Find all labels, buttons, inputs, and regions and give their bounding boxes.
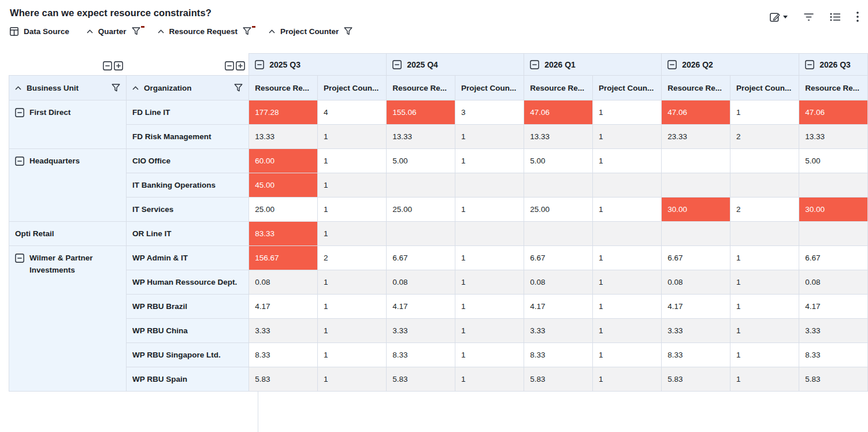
collapse-icon[interactable]	[667, 60, 677, 69]
data-source-button[interactable]: Data Source	[10, 27, 69, 36]
value-cell[interactable]: 0.08	[799, 270, 868, 295]
value-cell[interactable]: 0.08	[524, 270, 593, 295]
value-cell[interactable]: 1	[730, 367, 799, 392]
filter-icon[interactable]	[243, 27, 251, 35]
business-unit-cell[interactable]: Wilmer & Partner Investments	[9, 246, 127, 392]
more-options-button[interactable]	[856, 12, 859, 22]
business-unit-cell[interactable]: Opti Retail	[9, 222, 127, 246]
column-group-header[interactable]: 2025 Q4	[387, 54, 524, 76]
organization-cell[interactable]: WP Admin & IT	[127, 246, 249, 270]
filter-icon[interactable]	[112, 84, 120, 92]
value-cell[interactable]: 1	[455, 246, 524, 270]
value-cell[interactable]: 5.00	[387, 149, 455, 173]
organization-cell[interactable]: WP RBU Brazil	[127, 295, 249, 319]
value-cell[interactable]: 2	[318, 246, 387, 270]
value-cell[interactable]: 83.33	[249, 222, 318, 246]
value-cell[interactable]	[455, 222, 524, 246]
value-cell[interactable]: 1	[318, 367, 387, 392]
column-header-resource-request[interactable]: Resource Re...	[387, 76, 455, 100]
value-cell[interactable]	[524, 222, 593, 246]
value-cell[interactable]: 1	[318, 125, 387, 149]
value-cell[interactable]	[730, 149, 799, 173]
column-header-resource-request[interactable]: Resource Re...	[799, 76, 868, 100]
expand-all-icon[interactable]	[114, 61, 123, 70]
value-cell[interactable]: 1	[318, 343, 387, 367]
field-resource-request[interactable]: Resource Request	[158, 27, 252, 36]
value-cell[interactable]: 25.00	[524, 198, 593, 222]
value-cell[interactable]	[593, 173, 662, 198]
value-cell[interactable]: 25.00	[387, 198, 455, 222]
value-cell[interactable]: 4.17	[799, 295, 868, 319]
collapse-icon[interactable]	[805, 60, 814, 69]
value-cell[interactable]: 1	[593, 125, 662, 149]
chevron-up-icon[interactable]	[158, 29, 164, 33]
value-cell[interactable]: 13.33	[249, 125, 318, 149]
value-cell[interactable]: 47.06	[662, 100, 730, 125]
value-cell[interactable]: 25.00	[249, 198, 318, 222]
value-cell[interactable]: 1	[593, 246, 662, 270]
sort-chevron-up-icon[interactable]	[132, 86, 139, 90]
column-header-project-counter[interactable]: Project Coun...	[593, 76, 662, 100]
value-cell[interactable]: 1	[318, 149, 387, 173]
value-cell[interactable]	[662, 149, 730, 173]
value-cell[interactable]: 1	[593, 295, 662, 319]
value-cell[interactable]	[387, 173, 455, 198]
value-cell[interactable]: 1	[318, 270, 387, 295]
column-header-resource-request[interactable]: Resource Re...	[662, 76, 730, 100]
collapse-all-icon[interactable]	[225, 61, 234, 70]
chevron-up-icon[interactable]	[269, 29, 275, 33]
value-cell[interactable]: 1	[593, 149, 662, 173]
value-cell[interactable]: 13.33	[387, 125, 455, 149]
value-cell[interactable]	[799, 173, 868, 198]
value-cell[interactable]: 1	[455, 125, 524, 149]
value-cell[interactable]: 1	[593, 270, 662, 295]
value-cell[interactable]: 0.08	[662, 270, 730, 295]
value-cell[interactable]: 5.83	[662, 367, 730, 392]
value-cell[interactable]: 13.33	[799, 125, 868, 149]
filter-icon[interactable]	[344, 27, 353, 35]
value-cell[interactable]: 3.33	[387, 319, 455, 343]
filter-icon[interactable]	[132, 27, 140, 35]
value-cell[interactable]: 6.67	[524, 246, 593, 270]
value-cell[interactable]: 1	[593, 100, 662, 125]
value-cell[interactable]: 8.33	[524, 343, 593, 367]
value-cell[interactable]	[524, 173, 593, 198]
value-cell[interactable]: 177.28	[249, 100, 318, 125]
column-group-header[interactable]: 2026 Q3	[799, 54, 868, 76]
value-cell[interactable]: 1	[593, 319, 662, 343]
dimension-header-organization[interactable]: Organization	[127, 76, 249, 100]
value-cell[interactable]: 8.33	[249, 343, 318, 367]
value-cell[interactable]: 3.33	[524, 319, 593, 343]
value-cell[interactable]	[662, 222, 730, 246]
column-group-header[interactable]: 2026 Q1	[524, 54, 662, 76]
value-cell[interactable]: 6.67	[799, 246, 868, 270]
value-cell[interactable]: 1	[455, 149, 524, 173]
value-cell[interactable]: 5.83	[799, 367, 868, 392]
value-cell[interactable]: 1	[455, 270, 524, 295]
value-cell[interactable]: 30.00	[799, 198, 868, 222]
column-group-header[interactable]: 2026 Q2	[662, 54, 799, 76]
value-cell[interactable]: 5.83	[249, 367, 318, 392]
value-cell[interactable]: 0.08	[249, 270, 318, 295]
business-unit-cell[interactable]: First Direct	[9, 100, 127, 149]
value-cell[interactable]: 8.33	[662, 343, 730, 367]
value-cell[interactable]: 1	[318, 198, 387, 222]
field-quarter[interactable]: Quarter	[87, 27, 140, 36]
column-header-resource-request[interactable]: Resource Re...	[249, 76, 318, 100]
value-cell[interactable]: 4	[318, 100, 387, 125]
value-cell[interactable]	[387, 222, 455, 246]
column-header-project-counter[interactable]: Project Coun...	[455, 76, 524, 100]
collapse-icon[interactable]	[255, 60, 264, 69]
expand-all-icon[interactable]	[236, 61, 245, 70]
sort-chevron-up-icon[interactable]	[15, 86, 21, 90]
organization-cell[interactable]: WP RBU Spain	[127, 367, 249, 392]
value-cell[interactable]: 3.33	[799, 319, 868, 343]
value-cell[interactable]	[662, 173, 730, 198]
column-header-project-counter[interactable]: Project Coun...	[730, 76, 799, 100]
value-cell[interactable]: 1	[730, 246, 799, 270]
value-cell[interactable]: 1	[455, 367, 524, 392]
organization-cell[interactable]: CIO Office	[127, 149, 249, 173]
column-header-project-counter[interactable]: Project Coun...	[318, 76, 387, 100]
value-cell[interactable]: 1	[318, 295, 387, 319]
collapse-icon[interactable]	[530, 60, 539, 69]
